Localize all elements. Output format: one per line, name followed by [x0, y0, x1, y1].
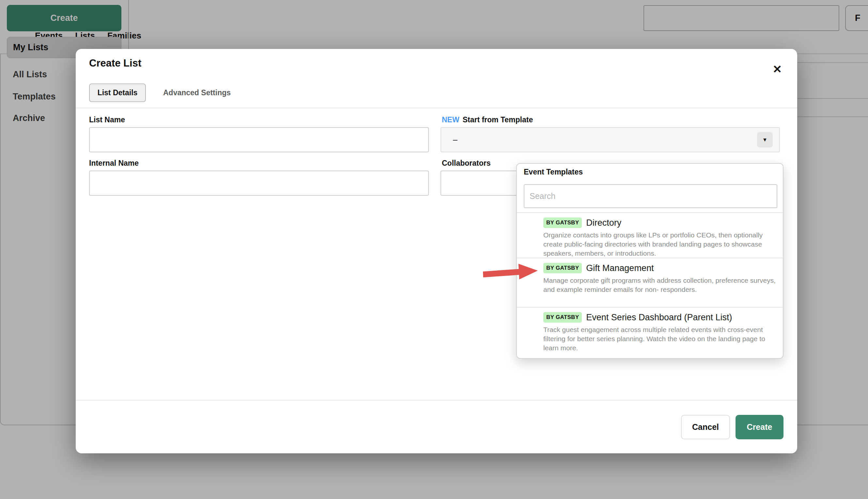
template-select[interactable]: – ▼ — [441, 127, 780, 152]
template-item-description: Organize contacts into groups like LPs o… — [543, 231, 778, 258]
tab-advanced-settings[interactable]: Advanced Settings — [163, 84, 231, 102]
event-templates-dropdown: Event Templates BY GATSBY Directory Orga… — [516, 163, 783, 359]
list-name-input[interactable] — [89, 127, 429, 152]
chevron-down-icon: ▼ — [757, 132, 773, 147]
template-item-title: Event Series Dashboard (Parent List) — [586, 313, 732, 322]
tab-list-details[interactable]: List Details — [89, 84, 146, 102]
annotation-arrow-icon — [482, 259, 540, 284]
start-from-template-label: Start from Template — [463, 115, 533, 124]
template-item-directory[interactable]: BY GATSBY Directory Organize contacts in… — [517, 213, 783, 258]
template-search-input[interactable] — [524, 184, 777, 208]
template-item-gift-management[interactable]: BY GATSBY Gift Management Manage corpora… — [517, 258, 783, 307]
cancel-button[interactable]: Cancel — [681, 415, 730, 439]
modal-header-divider — [76, 108, 797, 108]
new-badge: NEW — [442, 115, 459, 124]
internal-name-input[interactable] — [89, 171, 429, 196]
internal-name-label: Internal Name — [89, 159, 139, 168]
collaborators-label: Collaborators — [442, 159, 491, 168]
template-item-event-series-dashboard[interactable]: BY GATSBY Event Series Dashboard (Parent… — [517, 307, 783, 358]
by-gatsby-badge: BY GATSBY — [543, 312, 582, 322]
template-select-value: – — [453, 128, 458, 152]
template-label-row: NEW Start from Template — [442, 115, 533, 124]
template-item-title: Gift Management — [586, 263, 654, 273]
modal-footer-divider — [76, 400, 797, 401]
template-item-title: Directory — [586, 218, 621, 228]
by-gatsby-badge: BY GATSBY — [543, 263, 582, 273]
by-gatsby-badge: BY GATSBY — [543, 218, 582, 228]
template-item-description: Manage corporate gift programs with addr… — [543, 276, 778, 294]
create-button[interactable]: Create — [736, 415, 783, 439]
template-item-head: BY GATSBY Event Series Dashboard (Parent… — [543, 312, 783, 322]
dropdown-title: Event Templates — [524, 168, 583, 177]
list-name-label: List Name — [89, 115, 125, 124]
close-icon[interactable]: ✕ — [769, 61, 786, 77]
template-item-description: Track guest engagement across multiple r… — [543, 325, 778, 353]
template-item-head: BY GATSBY Directory — [543, 218, 783, 228]
modal-title: Create List — [89, 57, 141, 69]
template-item-head: BY GATSBY Gift Management — [543, 263, 783, 273]
